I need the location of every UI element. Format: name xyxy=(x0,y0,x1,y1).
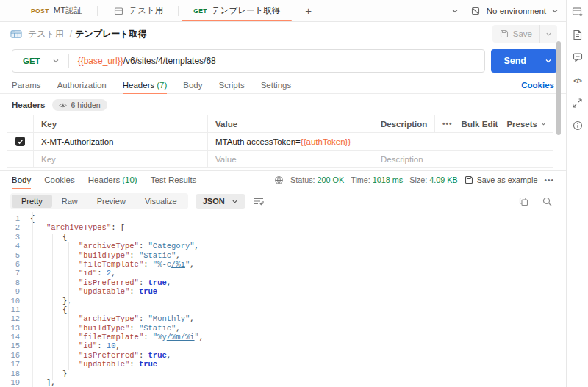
documentation-icon[interactable] xyxy=(572,29,584,40)
code-line: 7"id": 2, xyxy=(0,269,566,278)
request-url-row: GET {{base_url}}/v6/sites/4/templates/68… xyxy=(0,46,566,76)
info-icon[interactable] xyxy=(572,120,584,131)
status-value: 200 OK xyxy=(318,176,345,184)
status-indicator[interactable]: Status:200 OK xyxy=(290,176,344,184)
row-checkbox[interactable] xyxy=(15,137,25,146)
response-tab-body[interactable]: Body xyxy=(12,171,31,189)
header-value-input[interactable]: MTAuth accessToken={{authToken}} xyxy=(208,133,373,150)
code-snippet-icon[interactable]: </> xyxy=(572,74,584,86)
send-button-group: Send xyxy=(491,49,557,73)
open-tab-template-get[interactable]: GET テンプレート取得 xyxy=(179,0,295,21)
postman-app: POST MT認証 テスト用 GET テンプレート取得 + xyxy=(0,0,588,387)
wrap-text-icon[interactable] xyxy=(253,195,265,207)
open-tab-test-collection[interactable]: テスト用 xyxy=(98,0,178,21)
request-tab-bar: POST MT認証 テスト用 GET テンプレート取得 + xyxy=(0,0,566,22)
tab-settings[interactable]: Settings xyxy=(261,76,292,93)
breadcrumb-request-name[interactable]: テンプレート取得 xyxy=(75,28,146,40)
table-actions: ••• Bulk Edit Presets xyxy=(435,115,553,132)
chevron-down-icon xyxy=(545,57,552,65)
tab-label: Authorization xyxy=(57,81,107,90)
time-indicator[interactable]: Time:1018 ms xyxy=(351,176,403,184)
expand-pane-icon[interactable] xyxy=(572,97,584,109)
line-number: 10 xyxy=(0,297,26,305)
line-number: 19 xyxy=(0,378,26,387)
line-number: 7 xyxy=(0,269,26,278)
response-tab-test-results[interactable]: Test Results xyxy=(151,171,197,189)
size-indicator[interactable]: Size:4.09 KB xyxy=(409,176,457,184)
response-body-editor[interactable]: 1{2"archiveTypes": [3{4"archiveType": "C… xyxy=(0,212,566,387)
method-post-label: POST xyxy=(31,7,49,15)
cookies-link[interactable]: Cookies xyxy=(521,81,554,90)
tab-authorization[interactable]: Authorization xyxy=(57,76,107,93)
code-line: 16"isPreferred": true, xyxy=(0,351,566,360)
hidden-headers-badge[interactable]: 6 hidden xyxy=(52,99,107,111)
open-tab-mt-auth[interactable]: POST MT認証 xyxy=(16,0,97,21)
vertical-scrollbar[interactable] xyxy=(556,41,561,135)
line-number: 8 xyxy=(0,278,26,287)
new-description-input[interactable]: Description xyxy=(373,151,553,167)
tab-label: Params xyxy=(12,81,41,90)
tab-overflow-chevron-icon[interactable] xyxy=(445,0,465,21)
environment-selector[interactable]: No environment xyxy=(465,0,566,21)
view-pretty[interactable]: Pretty xyxy=(12,195,52,208)
line-number: 5 xyxy=(0,251,26,260)
line-number: 6 xyxy=(0,260,26,269)
header-key-input[interactable]: X-MT-Authorization xyxy=(34,133,208,150)
code-line: 13"buildType": "Static", xyxy=(0,324,566,333)
view-preview[interactable]: Preview xyxy=(87,195,135,208)
save-options-chevron[interactable] xyxy=(539,25,557,43)
eye-icon xyxy=(59,102,67,109)
network-icon xyxy=(274,176,284,185)
status-label: Status: xyxy=(290,176,315,184)
environment-label: No environment xyxy=(487,7,546,15)
save-label: Save xyxy=(513,29,532,38)
response-tab-cookies[interactable]: Cookies xyxy=(44,171,75,189)
tab-scripts[interactable]: Scripts xyxy=(219,76,245,93)
response-tab-headers[interactable]: Headers(10) xyxy=(88,171,137,189)
tab-headers[interactable]: Headers(7) xyxy=(123,76,168,93)
new-value-input[interactable]: Value xyxy=(208,151,373,167)
presets-dropdown[interactable]: Presets xyxy=(506,120,547,129)
code-line: 1{ xyxy=(0,214,566,223)
copy-icon[interactable] xyxy=(517,195,529,207)
chevron-down-icon xyxy=(232,198,238,205)
send-button[interactable]: Send xyxy=(491,49,539,73)
more-actions-icon[interactable]: ••• xyxy=(442,120,453,128)
view-raw[interactable]: Raw xyxy=(52,195,87,208)
tab-params[interactable]: Params xyxy=(12,76,41,93)
response-more-actions-icon[interactable]: ••• xyxy=(544,176,554,184)
method-select[interactable]: GET xyxy=(12,57,68,65)
breadcrumb-collection[interactable]: テスト用 xyxy=(28,28,64,40)
url-input[interactable]: {{base_url}}/v6/sites/4/templates/68 xyxy=(69,56,225,66)
url-box: GET {{base_url}}/v6/sites/4/templates/68 xyxy=(12,49,485,73)
tab-label: Body xyxy=(12,176,31,184)
comments-icon[interactable] xyxy=(572,51,584,63)
response-body-tools xyxy=(517,195,556,207)
search-icon[interactable] xyxy=(541,195,553,207)
main-area: POST MT認証 テスト用 GET テンプレート取得 + xyxy=(0,0,566,387)
save-as-example-button[interactable]: Save as example xyxy=(465,176,538,184)
column-key: Key xyxy=(34,115,208,132)
check-icon xyxy=(17,139,24,145)
code-line: 10}, xyxy=(0,297,566,305)
send-options-chevron[interactable] xyxy=(539,49,557,73)
request-subtabs: Params Authorization Headers(7) Body Scr… xyxy=(0,76,566,94)
save-button[interactable]: Save xyxy=(492,25,539,43)
select-all-cell[interactable] xyxy=(7,115,34,132)
tab-body[interactable]: Body xyxy=(183,76,202,93)
response-view-bar: Pretty Raw Preview Visualize JSON xyxy=(0,189,566,212)
row-checkbox-cell xyxy=(7,151,34,167)
code-line: 8"isPreferred": true, xyxy=(0,278,566,287)
language-select[interactable]: JSON xyxy=(196,194,245,209)
code-line: 18} xyxy=(0,369,566,378)
view-visualize[interactable]: Visualize xyxy=(135,195,187,208)
new-tab-button[interactable]: + xyxy=(295,0,322,21)
line-number: 4 xyxy=(0,242,26,250)
breadcrumb-row: テスト用 / テンプレート取得 Save xyxy=(0,22,566,46)
headers-section-header: Headers 6 hidden xyxy=(0,94,566,115)
new-key-input[interactable]: Key xyxy=(34,151,208,167)
environment-quick-look-icon[interactable] xyxy=(572,6,584,18)
header-description-input[interactable] xyxy=(373,133,553,150)
bulk-edit-button[interactable]: Bulk Edit xyxy=(462,120,498,129)
line-number: 12 xyxy=(0,314,26,323)
